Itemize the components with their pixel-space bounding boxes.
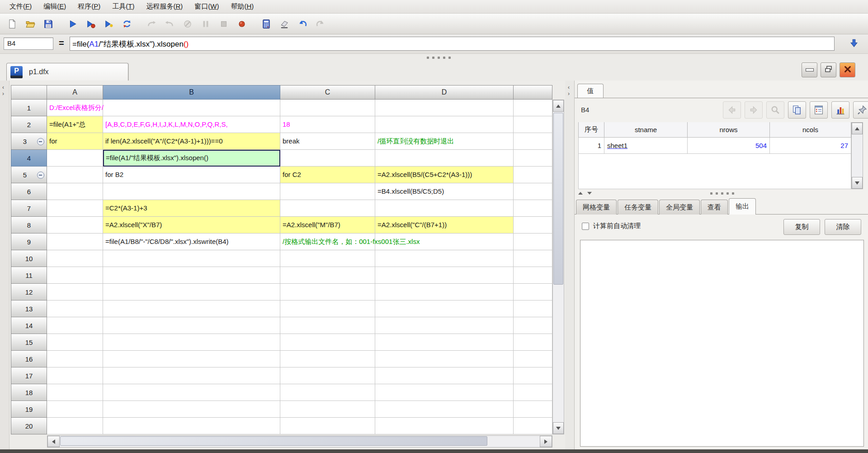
row-header-7[interactable]: 7 bbox=[11, 200, 47, 217]
grid-cell-B15[interactable] bbox=[103, 334, 280, 351]
row-header-11[interactable]: 11 bbox=[11, 267, 47, 284]
grid-corner[interactable] bbox=[11, 85, 47, 100]
grid-cell-B8[interactable]: =A2.xlscell("X"/B7) bbox=[103, 217, 280, 234]
save-button[interactable] bbox=[41, 17, 56, 31]
value-col-序号[interactable]: 序号 bbox=[578, 122, 604, 138]
scroll-down-icon[interactable] bbox=[553, 422, 564, 434]
grid-cell-C14[interactable] bbox=[280, 317, 375, 334]
grid-cell-E5[interactable] bbox=[514, 167, 552, 183]
undo-button[interactable] bbox=[295, 17, 310, 31]
grid-cell-D3[interactable]: /循环直到没有数据时退出 bbox=[375, 133, 514, 150]
row-header-8[interactable]: 8 bbox=[11, 217, 47, 234]
grid-cell-A9[interactable] bbox=[47, 234, 103, 250]
grid-cell-A14[interactable] bbox=[47, 317, 103, 334]
scroll-up-icon[interactable] bbox=[852, 123, 863, 134]
copy-output-button[interactable]: 复制 bbox=[783, 219, 820, 235]
grid-cell-B4[interactable]: =file(A1/"结果模板.xlsx").xlsopen() bbox=[103, 150, 280, 167]
menu-item[interactable]: 文件(F) bbox=[4, 1, 38, 12]
grid-cell-D17[interactable] bbox=[375, 367, 514, 384]
tab-查看[interactable]: 查看 bbox=[701, 200, 728, 215]
clear-output-button[interactable]: 清除 bbox=[825, 219, 861, 235]
grid-cell-C11[interactable] bbox=[280, 267, 375, 284]
grid-cell-B5[interactable]: for B2 bbox=[103, 167, 280, 183]
grid-cell-B2[interactable]: [A,B,C,D,E,F,G,H,I,J,K,L,M,N,O,P,Q,R,S, bbox=[103, 116, 280, 133]
grid-cell-B17[interactable] bbox=[103, 367, 280, 384]
grid-cell-E3[interactable] bbox=[514, 133, 552, 150]
grid-cell-C6[interactable] bbox=[280, 183, 375, 200]
output-textarea[interactable] bbox=[580, 240, 864, 447]
grid-cell-E10[interactable] bbox=[514, 250, 552, 267]
horizontal-splitter-handle[interactable] bbox=[427, 57, 451, 59]
grid-cell-D14[interactable] bbox=[375, 317, 514, 334]
row-header-6[interactable]: 6 bbox=[11, 183, 47, 200]
grid-cell-D19[interactable] bbox=[375, 401, 514, 418]
cell-reference-box[interactable]: B4 bbox=[4, 38, 53, 50]
grid-cell-A19[interactable] bbox=[47, 401, 103, 418]
grid-cell-C7[interactable] bbox=[280, 200, 375, 217]
grid-cell-B16[interactable] bbox=[103, 351, 280, 367]
step-over-button[interactable] bbox=[119, 17, 135, 31]
auto-clean-checkbox[interactable] bbox=[582, 223, 589, 230]
menu-item[interactable]: 窗口(W) bbox=[189, 1, 225, 12]
grid-cell-D11[interactable] bbox=[375, 267, 514, 284]
grid-cell-E6[interactable] bbox=[514, 183, 552, 200]
grid-cell-D6[interactable]: =B4.xlscell(B5/C5;D5) bbox=[375, 183, 514, 200]
row-header-12[interactable]: 12 bbox=[11, 284, 47, 300]
tab-输出[interactable]: 输出 bbox=[729, 198, 756, 215]
row-header-20[interactable]: 20 bbox=[11, 418, 47, 434]
grid-cell-D5[interactable]: =A2.xlscell(B5/(C5+C2*(A3-1))) bbox=[375, 167, 514, 183]
grid-cell-E13[interactable] bbox=[514, 300, 552, 317]
grid-cell-B19[interactable] bbox=[103, 401, 280, 418]
row-header-1[interactable]: 1 bbox=[11, 100, 47, 116]
grid-cell-D8[interactable]: =A2.xlscell("C"/(B7+1)) bbox=[375, 217, 514, 234]
grid-cell-E8[interactable] bbox=[514, 217, 552, 234]
grid-cell-D18[interactable] bbox=[375, 384, 514, 401]
grid-cell-C1[interactable] bbox=[280, 100, 375, 116]
grid-cell-E12[interactable] bbox=[514, 284, 552, 300]
row-header-5[interactable]: 5 bbox=[11, 167, 47, 183]
new-file-button[interactable] bbox=[5, 17, 20, 31]
grid-cell-A7[interactable] bbox=[47, 200, 103, 217]
grid-cell-B12[interactable] bbox=[103, 284, 280, 300]
tab-value[interactable]: 值 bbox=[577, 84, 604, 98]
grid-cell-A18[interactable] bbox=[47, 384, 103, 401]
grid-cell-A5[interactable] bbox=[47, 167, 103, 183]
grid-cell-E18[interactable] bbox=[514, 384, 552, 401]
grid-cell-C5[interactable]: for C2 bbox=[280, 167, 375, 183]
menu-item[interactable]: 帮助(H) bbox=[225, 1, 259, 12]
menu-item[interactable]: 工具(T) bbox=[106, 1, 140, 12]
grid-cell-B9[interactable]: =file(A1/B8/"-"/C8/D8/".xlsx").xlswrite(… bbox=[103, 234, 280, 250]
grid-cell-E11[interactable] bbox=[514, 267, 552, 284]
scroll-up-icon[interactable] bbox=[553, 100, 564, 112]
left-splitter-strip[interactable]: ‹ › bbox=[0, 81, 9, 449]
grid-cell-D7[interactable] bbox=[375, 200, 514, 217]
grid-cell-E1[interactable] bbox=[514, 100, 552, 116]
expand-right-icon[interactable]: › bbox=[568, 91, 570, 96]
center-splitter-strip[interactable]: ‹ › bbox=[565, 81, 574, 449]
grid-cell-E2[interactable] bbox=[514, 116, 552, 133]
grid-cell-A15[interactable] bbox=[47, 334, 103, 351]
clear-button[interactable] bbox=[277, 17, 292, 31]
grid-cell-A16[interactable] bbox=[47, 351, 103, 367]
grid-cell-C12[interactable] bbox=[280, 284, 375, 300]
grid-cell-B1[interactable] bbox=[103, 100, 280, 116]
scroll-left-icon[interactable] bbox=[47, 436, 60, 447]
row-header-15[interactable]: 15 bbox=[11, 334, 47, 351]
row-header-17[interactable]: 17 bbox=[11, 367, 47, 384]
grid-cell-A4[interactable] bbox=[47, 150, 103, 167]
auto-clean-option[interactable]: 计算前自动清理 bbox=[582, 222, 641, 230]
grid-cell-C18[interactable] bbox=[280, 384, 375, 401]
value-col-nrows[interactable]: nrows bbox=[688, 122, 770, 138]
menu-item[interactable]: 编辑(E) bbox=[38, 1, 72, 12]
grid-cell-A6[interactable] bbox=[47, 183, 103, 200]
grid-cell-D13[interactable] bbox=[375, 300, 514, 317]
form-view-button[interactable] bbox=[810, 101, 828, 119]
grid-cell-E15[interactable] bbox=[514, 334, 552, 351]
value-table-scrollbar[interactable] bbox=[851, 122, 863, 189]
column-header-B[interactable]: B bbox=[103, 85, 280, 100]
grid-cell-D10[interactable] bbox=[375, 250, 514, 267]
grid-cell-B20[interactable] bbox=[103, 418, 280, 434]
expand-formula-button[interactable] bbox=[846, 37, 862, 51]
debug-run-button[interactable] bbox=[83, 17, 99, 31]
grid-cell-B18[interactable] bbox=[103, 384, 280, 401]
